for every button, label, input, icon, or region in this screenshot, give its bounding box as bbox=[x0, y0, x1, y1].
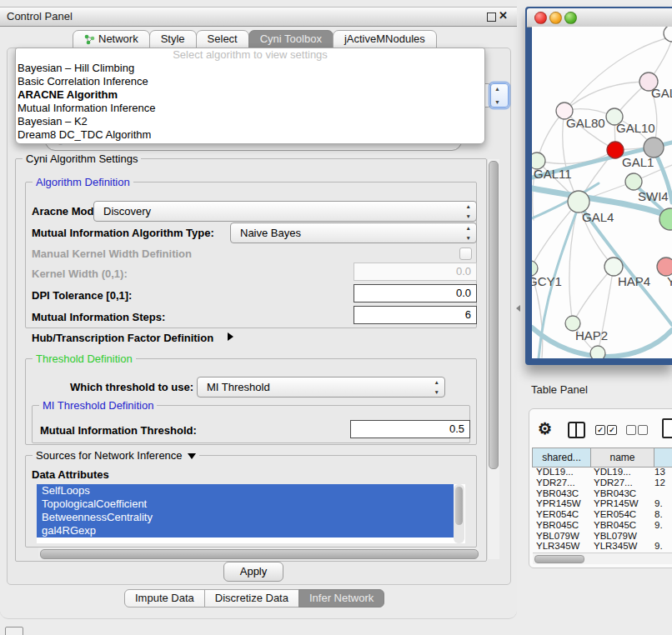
mi-steps-field[interactable]: 6 bbox=[354, 306, 477, 324]
table-row[interactable]: YBR045CYBR045C9. bbox=[533, 520, 672, 531]
table-cell: 13 bbox=[653, 467, 672, 478]
aracne-mode-value: Discovery bbox=[103, 205, 151, 218]
which-threshold-combobox[interactable]: MI Threshold bbox=[197, 377, 445, 398]
column-header-name[interactable]: name bbox=[590, 448, 654, 468]
expand-arrow-icon[interactable] bbox=[228, 332, 233, 341]
tab-style[interactable]: Style bbox=[149, 30, 197, 48]
close-window-icon[interactable] bbox=[534, 12, 547, 24]
column-header-shared-name[interactable]: shared... bbox=[532, 448, 591, 468]
attributes-scrollbar-thumb[interactable] bbox=[455, 487, 463, 525]
table-cell: YDR27... bbox=[533, 478, 590, 488]
tab-network[interactable]: Network bbox=[73, 30, 150, 48]
algorithm-combobox-spinner[interactable] bbox=[490, 83, 509, 108]
apply-button[interactable]: Apply bbox=[223, 562, 283, 582]
network-node-label: GAL1 bbox=[622, 155, 654, 169]
mi-type-combobox[interactable]: Naive Bayes bbox=[230, 222, 477, 243]
network-node[interactable] bbox=[604, 258, 623, 276]
table-cell: YBL079W bbox=[590, 531, 653, 542]
deselect-all-checkbox-icon-2[interactable] bbox=[638, 425, 648, 435]
control-panel-tabbar: Network Style Select Cyni Toolbox jActiv… bbox=[73, 30, 437, 48]
hub-definition-label[interactable]: Hub/Transcription Factor Definition bbox=[32, 332, 213, 344]
algorithm-option[interactable]: Mutual Information Inference bbox=[16, 102, 484, 115]
table-cell bbox=[653, 531, 672, 542]
network-window-titlebar[interactable] bbox=[527, 8, 672, 28]
tab-discretize-data[interactable]: Discretize Data bbox=[204, 589, 299, 608]
cyni-settings-group-title: Cyni Algorithm Settings bbox=[23, 152, 141, 165]
network-node-label: HAP2 bbox=[575, 328, 608, 342]
kernel-width-field[interactable]: 0.0 bbox=[354, 262, 477, 281]
docked-panel-icon[interactable] bbox=[5, 627, 23, 635]
settings-hscrollbar-thumb[interactable] bbox=[40, 549, 479, 559]
network-edge bbox=[532, 202, 579, 268]
attribute-list-item[interactable]: SelfLoops bbox=[37, 484, 454, 498]
table-cell: YLR345W bbox=[533, 541, 590, 552]
network-node[interactable] bbox=[657, 258, 672, 276]
table-row[interactable]: YBR043CYBR043C bbox=[533, 488, 672, 499]
table-row[interactable]: YDL19...YDL19...13 bbox=[533, 467, 672, 478]
table-row[interactable]: YER054CYER054C8. bbox=[533, 509, 672, 520]
table-panel-title: Table Panel bbox=[531, 383, 588, 396]
mi-type-value: Naive Bayes bbox=[240, 227, 301, 239]
table-cell: YBL079W bbox=[533, 531, 590, 542]
table-row[interactable]: YBL079WYBL079W bbox=[533, 531, 672, 542]
network-node[interactable] bbox=[625, 173, 642, 190]
network-icon bbox=[84, 34, 95, 45]
aracne-mode-combobox[interactable]: Discovery bbox=[93, 201, 477, 222]
attribute-list-item[interactable]: TopologicalCoefficient bbox=[37, 498, 454, 511]
tab-select[interactable]: Select bbox=[196, 30, 249, 48]
collapse-arrow-icon[interactable] bbox=[188, 453, 196, 459]
network-node-label: GAL80 bbox=[566, 116, 605, 130]
algorithm-option[interactable]: Dream8 DC_TDC Algorithm bbox=[16, 128, 484, 142]
zoom-window-icon[interactable] bbox=[564, 12, 577, 24]
tab-cyni-toolbox[interactable]: Cyni Toolbox bbox=[248, 30, 333, 48]
close-icon[interactable] bbox=[499, 9, 508, 22]
algorithm-option[interactable]: Basic Correlation Inference bbox=[16, 75, 484, 88]
table-cell: YLR345W bbox=[590, 541, 653, 552]
table-cell: YDL19... bbox=[590, 467, 653, 478]
mi-threshold-field[interactable]: 0.5 bbox=[350, 420, 470, 438]
table-row[interactable]: YPR145WYPR145W9. bbox=[533, 498, 672, 509]
float-panel-icon[interactable] bbox=[487, 12, 496, 22]
tab-impute-data[interactable]: Impute Data bbox=[124, 589, 205, 608]
network-graph[interactable]: GALGAL80GAL10GAL1GAL11SWI4GAL4GCY1HAP4YH… bbox=[532, 27, 672, 358]
table-row[interactable]: YDR27...YDR27...12 bbox=[533, 478, 672, 488]
dpi-tolerance-label: DPI Tolerance [0,1]: bbox=[32, 289, 132, 302]
network-edge bbox=[573, 267, 614, 323]
network-node[interactable] bbox=[607, 142, 624, 158]
sources-group-title: Sources for Network Inference bbox=[33, 449, 199, 462]
attribute-list-item[interactable]: BetweennessCentrality bbox=[37, 511, 454, 524]
mi-steps-label: Mutual Information Steps: bbox=[32, 311, 165, 323]
minimize-window-icon[interactable] bbox=[549, 12, 562, 24]
column-header-partial[interactable] bbox=[654, 448, 672, 468]
table-hscrollbar-thumb[interactable] bbox=[534, 555, 584, 563]
algorithm-option[interactable]: Bayesian – Hill Climbing bbox=[16, 62, 484, 75]
tab-infer-network[interactable]: Infer Network bbox=[298, 589, 384, 608]
attribute-list-item[interactable]: gal4RGexp bbox=[37, 524, 454, 538]
gear-icon[interactable] bbox=[538, 419, 552, 438]
data-attributes-label: Data Attributes bbox=[32, 468, 109, 481]
select-all-checkbox-icon-2[interactable] bbox=[607, 425, 617, 435]
dpi-tolerance-field[interactable]: 0.0 bbox=[354, 284, 477, 302]
table-row[interactable]: YLR345WYLR345W9. bbox=[533, 541, 672, 552]
columns-icon[interactable] bbox=[568, 422, 585, 438]
algorithm-definition-title: Algorithm Definition bbox=[33, 176, 133, 188]
splitter-handle-icon[interactable] bbox=[516, 305, 520, 312]
settings-vscrollbar-thumb[interactable] bbox=[489, 161, 499, 469]
tab-jactivemnodules-label: jActiveMNodules bbox=[344, 31, 425, 48]
network-node[interactable] bbox=[590, 346, 605, 358]
network-node[interactable] bbox=[664, 27, 672, 42]
network-edge bbox=[537, 150, 615, 163]
deselect-all-checkbox-icon[interactable] bbox=[626, 425, 636, 435]
table-cell: YER054C bbox=[590, 509, 653, 520]
select-all-checkbox-icon[interactable] bbox=[595, 425, 605, 435]
algorithm-option[interactable]: ARACNE Algorithm bbox=[16, 88, 484, 102]
manual-kernel-checkbox[interactable] bbox=[459, 248, 472, 260]
page-icon[interactable] bbox=[662, 418, 672, 438]
table-cell: YPR145W bbox=[533, 498, 590, 509]
table-body: YDL19...YDL19...13YDR27...YDR27...12YBR0… bbox=[533, 467, 672, 556]
mi-threshold-label: Mutual Information Threshold: bbox=[40, 424, 197, 437]
sources-title-text: Sources for Network Inference bbox=[36, 449, 183, 462]
algorithm-option[interactable]: Bayesian – K2 bbox=[16, 115, 484, 128]
tab-jactivemnodules[interactable]: jActiveMNodules bbox=[333, 30, 437, 48]
network-canvas[interactable]: GALGAL80GAL10GAL1GAL11SWI4GAL4GCY1HAP4YH… bbox=[532, 27, 672, 358]
